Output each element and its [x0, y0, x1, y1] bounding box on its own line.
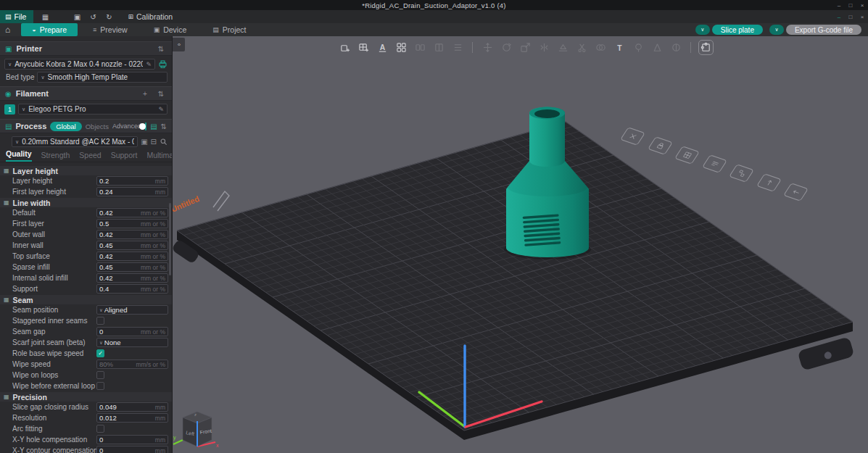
resolution-input[interactable]: 0.012mm	[96, 413, 168, 423]
tab-prepare[interactable]: ◒Prepare	[21, 23, 78, 36]
param-value: 0	[99, 446, 154, 453]
move-icon	[478, 39, 497, 55]
export-dropdown-chevron-icon[interactable]: ∨	[769, 25, 784, 35]
model-drain-suction-adaptor[interactable]	[504, 107, 591, 260]
navigation-cube[interactable]: Left Front z y x	[173, 412, 219, 448]
bed-type-select[interactable]: ∨ Smooth High Temp Plate	[37, 72, 168, 83]
scarf-joint-seam-beta-select[interactable]: ∨None	[96, 338, 168, 347]
default-input[interactable]: 0.42mm or %	[96, 208, 168, 217]
x-y-contour-compensation-input[interactable]: 0mm	[96, 446, 168, 453]
first-layer-input[interactable]: 0.5mm or %	[96, 219, 168, 228]
sparse-infill-input[interactable]: 0.45mm or %	[96, 262, 168, 272]
process-global-tab[interactable]: Global	[50, 122, 81, 131]
tab-strength[interactable]: Strength	[41, 151, 70, 162]
delete-preset-icon[interactable]: ⊟	[151, 138, 157, 146]
internal-solid-infill-input[interactable]: 0.42mm or %	[96, 273, 168, 283]
printer-connection-icon[interactable]	[158, 59, 168, 69]
collapse-sidebar-button[interactable]: ‹›	[173, 38, 185, 51]
slice-dropdown-chevron-icon[interactable]: ∨	[695, 25, 710, 35]
viewport-toolbar: AT	[335, 38, 715, 56]
filament-slot-badge[interactable]: 1	[4, 104, 15, 115]
seam-gap-input[interactable]: 0mm or %	[96, 327, 168, 336]
top-surface-input[interactable]: 0.42mm or %	[96, 252, 168, 261]
printer-section-header[interactable]: ▣ Printer ⇅	[0, 41, 172, 56]
plate-name-group[interactable]: Untitled	[173, 191, 229, 214]
section-line-width[interactable]: ▦Line width	[0, 198, 172, 207]
filament-preset-select[interactable]: ∨ Elegoo PETG Pro ✎	[18, 104, 168, 115]
tab-preview[interactable]: ≡Preview	[82, 23, 139, 36]
export-button-group: ∨ Export G-code file	[769, 25, 861, 35]
first-layer-height-input[interactable]: 0.24mm	[96, 187, 168, 196]
maximize-icon[interactable]: □	[845, 14, 856, 20]
seam-position-select[interactable]: ∨Aligned	[96, 305, 168, 315]
tab-support[interactable]: Support	[111, 151, 138, 162]
export-gcode-button[interactable]: Export G-code file	[786, 25, 861, 35]
wipe-speed-input[interactable]: 80%mm/s or %	[96, 360, 168, 369]
text-shape-icon[interactable]: T	[610, 39, 629, 55]
wipe-on-loops-checkbox[interactable]	[96, 371, 104, 379]
staggered-inner-seams-checkbox[interactable]	[96, 317, 104, 325]
edit-filament-icon[interactable]: ✎	[158, 106, 164, 113]
save-icon[interactable]: ▣	[70, 13, 84, 21]
calibration-menu[interactable]: ⊞ Calibration	[128, 12, 173, 21]
process-objects-tab[interactable]: Objects	[86, 122, 109, 130]
wipe-before-external-loop-checkbox[interactable]	[96, 382, 104, 390]
sidebar-scrollbar[interactable]	[169, 203, 171, 275]
param-row-arc-fitting: Arc fitting	[0, 424, 172, 433]
printer-preset-select[interactable]: ∨ Anycubic Kobra 2 Max 0.4 nozzle - 0220…	[4, 59, 155, 70]
maximize-icon[interactable]: □	[845, 2, 856, 9]
undo-icon[interactable]: ↺	[86, 13, 100, 21]
arc-fitting-checkbox[interactable]	[96, 425, 104, 433]
advanced-toggle[interactable]	[145, 122, 146, 130]
tab-multimaterial[interactable]: Multimaterial	[146, 151, 173, 162]
process-section-header[interactable]: ▤ Process Global Objects Advanced ▤ ⇅	[0, 119, 172, 133]
viewport-3d[interactable]: Untitled Left Front z y x	[173, 36, 868, 453]
tab-quality[interactable]: Quality	[6, 149, 32, 162]
outer-wall-input[interactable]: 0.42mm or %	[96, 230, 168, 239]
x-y-hole-compensation-input[interactable]: 0mm	[96, 435, 168, 444]
slice-plate-button[interactable]: Slice plate	[712, 25, 763, 35]
param-label: Outer wall	[12, 230, 96, 238]
process-compare-icon[interactable]: ⇅	[161, 122, 167, 130]
assembly-view-icon[interactable]	[696, 39, 715, 55]
inner-wall-input[interactable]: 0.45mm or %	[96, 241, 168, 250]
filament-section-header[interactable]: ◉ Filament + ⇅	[0, 86, 172, 101]
section-precision[interactable]: ▦Precision	[0, 392, 172, 402]
filament-settings-icon[interactable]: ⇅	[155, 90, 167, 98]
add-filament-icon[interactable]: +	[139, 90, 151, 98]
process-list-icon[interactable]: ▤	[150, 122, 157, 130]
layer-height-input[interactable]: 0.2mm	[96, 176, 168, 186]
minimize-icon[interactable]: –	[833, 2, 845, 9]
settings-sidebar: ▣ Printer ⇅ ∨ Anycubic Kobra 2 Max 0.4 n…	[0, 36, 173, 453]
support-input[interactable]: 0.4mm or %	[96, 284, 168, 294]
edit-printer-icon[interactable]: ✎	[146, 61, 152, 68]
search-settings-icon[interactable]	[160, 138, 168, 146]
printer-settings-icon[interactable]: ⇅	[155, 45, 167, 53]
tab-project[interactable]: ▤Project	[202, 23, 257, 36]
process-preset-select[interactable]: ∨ 0.20mm Standard @AC K2 Max - 082025	[12, 136, 138, 147]
arrange-icon[interactable]	[392, 39, 410, 55]
tab-speed[interactable]: Speed	[79, 151, 101, 162]
close-icon[interactable]: ×	[856, 14, 868, 20]
tab-label: Project	[223, 25, 247, 34]
param-row-internal-solid-infill: Internal solid infill0.42mm or %	[0, 273, 172, 283]
mode-tab-bar: ⌂ ◒Prepare≡Preview▣Device▤Project ∨ Slic…	[0, 23, 868, 36]
minimize-icon[interactable]: –	[833, 14, 845, 20]
tab-device[interactable]: ▣Device	[143, 23, 198, 36]
add-plate-icon[interactable]	[354, 39, 373, 55]
section-layer-height[interactable]: ▦Layer height	[0, 166, 172, 175]
viewport-canvas[interactable]: Untitled Left Front z y x	[173, 36, 868, 453]
param-unit: mm	[155, 188, 165, 196]
redo-icon[interactable]: ↻	[102, 13, 116, 21]
slice-gap-closing-radius-input[interactable]: 0.049mm	[96, 402, 168, 412]
plate-flag-icon[interactable]	[213, 191, 229, 211]
home-icon[interactable]: ⌂	[5, 25, 10, 35]
save-preset-icon[interactable]: ▣	[141, 138, 147, 146]
auto-orient-icon[interactable]: A	[373, 39, 392, 55]
role-base-wipe-speed-checkbox[interactable]: ✓	[96, 349, 104, 357]
file-menu[interactable]: ▤ File	[0, 10, 33, 23]
add-icon[interactable]	[335, 39, 354, 55]
close-icon[interactable]: ×	[856, 2, 868, 9]
section-seam[interactable]: ▦Seam	[0, 295, 172, 304]
apps-menu-icon[interactable]: ▦	[38, 13, 52, 21]
